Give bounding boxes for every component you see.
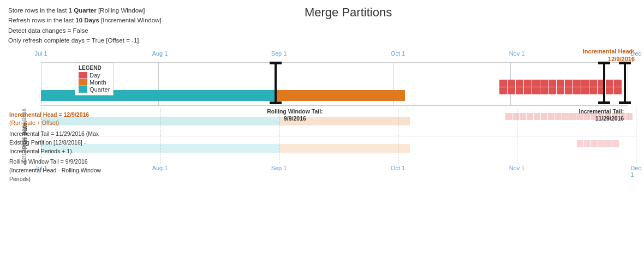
day-box [540, 87, 548, 94]
exp-run-date: (Run Date + Offset) [9, 119, 59, 126]
info-line3: Detect data changes = False [8, 26, 636, 35]
axis-label-jul: Jul 1 [34, 50, 47, 57]
exp-line3: Incremental Tail = 11/29/2016 (Max [9, 130, 135, 139]
incremental-tail-annotation: Incremental Tail: 11/29/2016 [579, 108, 624, 123]
exp-line1: Incremental Head = 12/9/2016 [9, 111, 135, 119]
bot-axis-sep: Sep 1 [271, 165, 287, 171]
quarter-swatch [79, 86, 87, 93]
day-box-faded [569, 113, 576, 120]
legend-title: LEGEND [79, 65, 110, 71]
day-box [557, 80, 564, 87]
exp-line5: Incremental Periods + 1). [9, 147, 135, 156]
day-box [557, 87, 564, 94]
axis-label-aug: Aug 1 [152, 50, 168, 57]
run-date-rows-wrapper: Incremental Head = 12/9/2016 (Run Date +… [41, 108, 636, 164]
gantt-section: LEGEND Day Month Quarter [41, 62, 628, 106]
exp-line2: (Run Date + Offset) [9, 119, 135, 128]
ibeam-dec-top [598, 62, 610, 64]
page-title: Merge Partitions [305, 5, 392, 20]
exp-line8: Periods) [9, 175, 135, 184]
day-box-faded2 [605, 140, 612, 147]
day-box [589, 80, 597, 87]
day-box-faded2 [598, 140, 605, 147]
day-box-faded [520, 113, 526, 120]
ibeam-dec-vert [603, 62, 605, 104]
tick-row2-100 [636, 136, 636, 164]
main-container: Store rows in the last 1 Quarter [Rollin… [0, 0, 644, 276]
day-box [606, 87, 613, 94]
incremental-head-annotation: Incremental Head: 12/9/2016 [583, 47, 635, 63]
day-box [614, 87, 622, 94]
tick-row2-80 [517, 136, 517, 164]
ibeam-dec-bot [598, 101, 610, 104]
rwt-label: Rolling Window Tail: [267, 108, 323, 116]
legend-month: Month [79, 79, 110, 86]
axis-label-sep: Sep 1 [271, 50, 287, 57]
day-box-faded [626, 113, 633, 120]
day-box [606, 80, 613, 87]
day-box [548, 80, 556, 87]
day-box [581, 87, 589, 94]
row2-month-bar [279, 144, 410, 153]
exp-line7: (Incremental Head - Rolling Window [9, 166, 135, 175]
rwt-date: 9/9/2016 [267, 115, 323, 123]
day-box-faded [527, 113, 533, 120]
legend-quarter-label: Quarter [90, 86, 110, 93]
day-box-faded [555, 113, 562, 120]
bot-axis-oct: Oct 1 [391, 165, 405, 171]
day-box [516, 87, 523, 94]
day-box [499, 80, 507, 87]
ibeam-sep-top [270, 62, 282, 64]
day-box-faded [505, 113, 512, 120]
axis-label-nov: Nov 1 [509, 50, 525, 57]
ibeam-dec2-bot [619, 101, 631, 104]
day-box-faded [541, 113, 547, 120]
day-box-faded [562, 113, 569, 120]
legend-month-label: Month [90, 79, 106, 86]
day-box [516, 80, 523, 87]
row2-day-boxes [576, 140, 636, 159]
day-box [508, 80, 515, 87]
run-date-section: Run Date Incremental Head = 12/9/2016 (R… [8, 108, 636, 164]
bot-axis-nov: Nov 1 [509, 165, 525, 171]
legend-day-label: Day [90, 72, 100, 79]
day-box [548, 87, 556, 94]
day-box [565, 80, 573, 87]
day-box [532, 80, 540, 87]
inc-head-label: Incremental Head: [583, 47, 635, 55]
rolling-window-tail-annotation: Rolling Window Tail: 9/9/2016 [267, 108, 323, 123]
day-box-faded2 [591, 140, 598, 147]
day-box [524, 80, 532, 87]
day-box [614, 80, 622, 87]
ibeam-dec2-vert [624, 62, 626, 104]
month-swatch [79, 79, 87, 86]
rolling-window-value: 1 Quarter [69, 7, 97, 14]
day-box-faded [548, 113, 554, 120]
day-box [540, 80, 548, 87]
bot-axis-aug: Aug 1 [152, 165, 168, 171]
day-box [589, 87, 597, 94]
day-box [581, 80, 589, 87]
it-date: 11/29/2016 [579, 115, 624, 123]
day-swatch [79, 72, 87, 79]
day-box [573, 87, 581, 94]
day-box-faded2 [584, 140, 591, 147]
exp-inc-head: Incremental Head = 12/9/2016 [9, 111, 89, 118]
day-box [499, 87, 507, 94]
day-box-faded [512, 113, 519, 120]
legend-quarter: Quarter [79, 86, 110, 93]
axis-label-oct: Oct 1 [391, 50, 405, 57]
day-box-faded2 [612, 140, 619, 147]
exp-line4: Existing Partition [12/8/2016] - [9, 139, 135, 147]
ibeam-dec2-top [619, 62, 631, 64]
it-label: Incremental Tail: [579, 108, 624, 116]
exp-line6: Rolling Window Tail = 9/9/2016 [9, 158, 135, 166]
ibeam-sep-bot [270, 101, 282, 104]
explanation-text: Incremental Head = 12/9/2016 (Run Date +… [9, 111, 135, 184]
tick-dec [628, 63, 628, 105]
day-box [532, 87, 540, 94]
bot-axis-dec: Dec 1 [630, 165, 641, 178]
legend-day: Day [79, 72, 110, 79]
legend: LEGEND Day Month Quarter [75, 63, 114, 95]
day-box [573, 80, 581, 87]
